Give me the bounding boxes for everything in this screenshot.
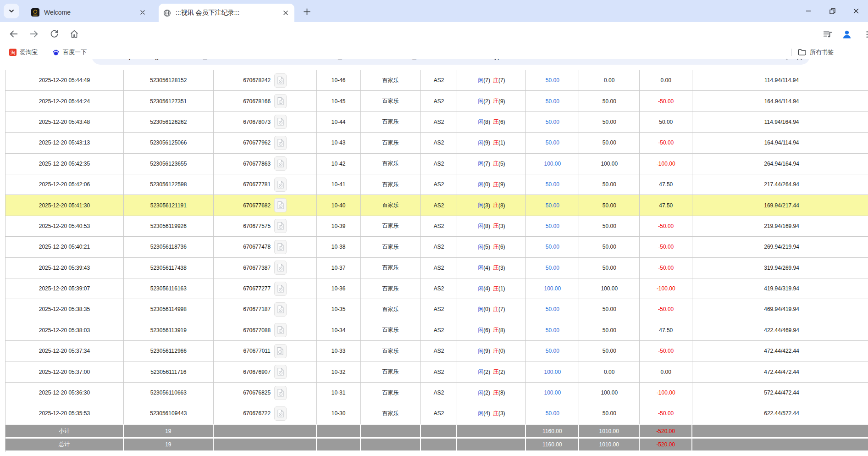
table-row[interactable]: 2025-12-20 05:42:35 523056123655 6706778… xyxy=(6,154,868,174)
video-replay-button[interactable] xyxy=(274,156,287,171)
cell-bet-time: 2025-12-20 05:44:49 xyxy=(6,70,124,90)
table-row[interactable]: 2025-12-20 05:40:53 523056119926 6706775… xyxy=(6,216,868,237)
video-replay-button[interactable] xyxy=(274,302,287,317)
banker-points: (3) xyxy=(498,223,505,229)
cell-bet-id: 523056110663 xyxy=(124,383,214,403)
banker-label: 庄 xyxy=(493,160,498,167)
restore-button[interactable] xyxy=(820,2,844,20)
cell-game-id: 670677011 xyxy=(214,341,317,361)
forward-button[interactable] xyxy=(26,26,42,42)
bookmark-aitaobao[interactable]: 淘 爱淘宝 xyxy=(6,47,40,58)
player-label: 闲 xyxy=(478,139,483,147)
game-id-text: 670677277 xyxy=(243,285,271,292)
minimize-button[interactable] xyxy=(796,2,820,20)
tab-close-icon[interactable] xyxy=(282,9,290,17)
cell-game-name: 百家乐 xyxy=(361,341,421,361)
cell-valid-amount: 100.00 xyxy=(579,383,640,403)
cell-round: 10-31 xyxy=(317,383,361,403)
table-row[interactable]: 2025-12-20 05:37:34 523056112966 6706770… xyxy=(6,341,868,361)
cell-balance: 217.44/264.94 xyxy=(692,174,868,195)
cell-balance: 319.94/269.94 xyxy=(692,258,868,278)
all-bookmarks-button[interactable]: 所有书签 xyxy=(798,47,868,58)
cell-balance: 622.44/572.44 xyxy=(692,403,868,423)
banker-label: 庄 xyxy=(493,347,498,355)
media-controls-icon[interactable] xyxy=(820,27,835,42)
table-row[interactable]: 2025-12-20 05:38:35 523056114998 6706771… xyxy=(6,299,868,320)
tab-search-button[interactable] xyxy=(4,4,19,18)
profile-avatar[interactable] xyxy=(839,27,855,42)
cell-valid-amount: 50.00 xyxy=(579,299,640,319)
cell-balance: 169.94/217.44 xyxy=(692,195,868,215)
video-replay-button[interactable] xyxy=(274,344,287,358)
subtotal-row: 小计 19 1160.00 1010.00 -520.00 xyxy=(6,425,868,437)
cell-valid-amount: 50.00 xyxy=(579,341,640,361)
video-replay-button[interactable] xyxy=(274,261,287,275)
video-replay-button[interactable] xyxy=(274,136,287,150)
video-replay-button[interactable] xyxy=(274,406,287,421)
cell-bet-time: 2025-12-20 05:42:06 xyxy=(6,174,124,195)
cell-result: 闲(2) 庄(8) xyxy=(457,383,526,403)
banker-points: (3) xyxy=(498,410,505,417)
video-replay-button[interactable] xyxy=(274,323,287,337)
bookmark-label: 百度一下 xyxy=(63,48,87,56)
video-replay-button[interactable] xyxy=(274,219,287,233)
tab-close-icon[interactable] xyxy=(138,8,147,17)
table-row[interactable]: 2025-12-20 05:42:06 523056122598 6706777… xyxy=(6,174,868,195)
table-row[interactable]: 2025-12-20 05:43:13 523056125066 6706779… xyxy=(6,133,868,153)
table-row[interactable]: 2025-12-20 05:35:53 523056109443 6706767… xyxy=(6,403,868,424)
banker-label: 庄 xyxy=(493,222,498,230)
globe-icon xyxy=(163,9,171,17)
cell-valid-amount: 50.00 xyxy=(579,133,640,153)
cell-bet-amount: 50.00 xyxy=(526,258,579,278)
bookmark-baidu[interactable]: 百度一下 xyxy=(50,47,89,58)
table-row[interactable]: 2025-12-20 05:36:30 523056110663 6706768… xyxy=(6,383,868,403)
video-replay-button[interactable] xyxy=(274,115,287,129)
cell-table-name: AS2 xyxy=(421,341,458,361)
cell-bet-id: 523056118736 xyxy=(124,237,214,257)
banker-points: (1) xyxy=(498,285,505,292)
video-replay-button[interactable] xyxy=(274,240,287,254)
cell-balance: 422.44/469.94 xyxy=(692,320,868,340)
player-label: 闲 xyxy=(478,326,483,334)
table-row[interactable]: 2025-12-20 05:37:00 523056111716 6706769… xyxy=(6,361,868,382)
cell-winloss: -50.00 xyxy=(640,403,692,423)
table-row[interactable]: 2025-12-20 05:44:24 523056127351 6706781… xyxy=(6,91,868,111)
cell-bet-id: 523056112966 xyxy=(124,341,214,361)
menu-dots-icon[interactable] xyxy=(859,27,868,42)
game-id-text: 670678166 xyxy=(243,98,271,105)
banker-points: (6) xyxy=(498,244,505,250)
bet-table-footer: 小计 19 1160.00 1010.00 -520.00 总计 19 1160… xyxy=(6,425,868,450)
cell-result: 闲(8) 庄(3) xyxy=(457,216,526,236)
video-replay-button[interactable] xyxy=(274,94,287,108)
table-row[interactable]: 2025-12-20 05:40:21 523056118736 6706774… xyxy=(6,237,868,257)
table-row[interactable]: 2025-12-20 05:43:48 523056126262 6706780… xyxy=(6,112,868,133)
video-replay-button[interactable] xyxy=(274,282,287,296)
banker-points: (7) xyxy=(498,306,505,312)
video-replay-button[interactable] xyxy=(274,73,287,88)
table-row[interactable]: 2025-12-20 05:41:30 523056121191 6706776… xyxy=(6,195,868,216)
video-replay-button[interactable] xyxy=(274,198,287,212)
video-replay-button[interactable] xyxy=(274,386,287,400)
cell-round: 10-43 xyxy=(317,133,361,153)
tab-bet-records[interactable]: :::视讯 会员下注纪录::: xyxy=(159,4,294,22)
new-tab-button[interactable] xyxy=(301,6,313,17)
tab-welcome[interactable]: Welcome xyxy=(27,5,151,20)
player-points: (2) xyxy=(483,98,490,105)
video-replay-button[interactable] xyxy=(274,365,287,379)
cell-bet-amount: 100.00 xyxy=(526,154,579,174)
table-row[interactable]: 2025-12-20 05:39:43 523056117438 6706773… xyxy=(6,258,868,278)
table-row[interactable]: 2025-12-20 05:44:49 523056128152 6706782… xyxy=(6,70,868,91)
video-replay-button[interactable] xyxy=(274,178,287,192)
cell-game-name: 百家乐 xyxy=(361,278,421,299)
cell-bet-amount: 50.00 xyxy=(526,216,579,236)
reload-button[interactable] xyxy=(46,26,62,42)
table-row[interactable]: 2025-12-20 05:38:03 523056113919 6706770… xyxy=(6,320,868,341)
cell-game-id: 670677478 xyxy=(214,237,317,257)
back-button[interactable] xyxy=(6,26,22,42)
home-button[interactable] xyxy=(66,26,83,42)
cell-game-name: 百家乐 xyxy=(361,154,421,174)
close-window-button[interactable] xyxy=(844,2,868,20)
cell-bet-amount: 50.00 xyxy=(526,320,579,340)
table-row[interactable]: 2025-12-20 05:39:07 523056116163 6706772… xyxy=(6,278,868,299)
cell-bet-id: 523056121191 xyxy=(124,195,214,215)
